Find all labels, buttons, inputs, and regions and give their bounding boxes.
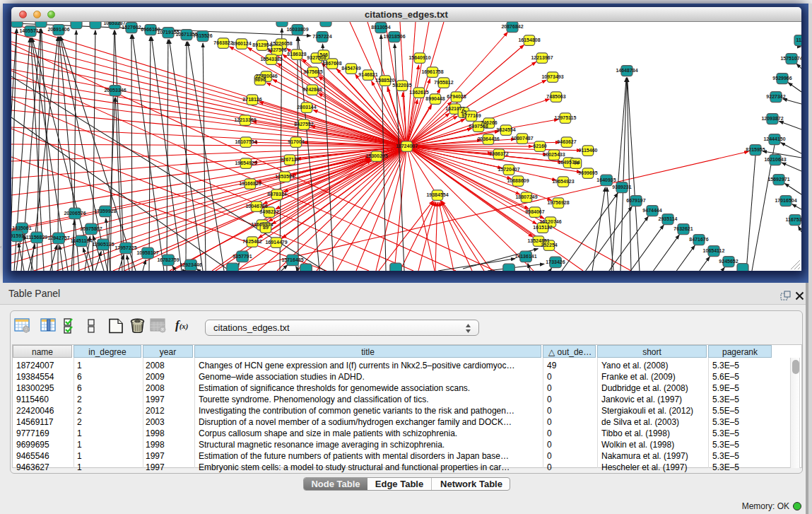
svg-text:15226058: 15226058: [270, 41, 292, 46]
svg-text:2867608: 2867608: [322, 61, 341, 66]
svg-text:19166829: 19166829: [239, 181, 261, 186]
svg-text:7986372: 7986372: [489, 151, 508, 156]
svg-text:9242848: 9242848: [302, 87, 322, 92]
svg-text:20876842: 20876842: [501, 24, 523, 29]
svg-text:17016504: 17016504: [775, 198, 796, 203]
svg-text:1640935: 1640935: [596, 177, 616, 182]
svg-text:9463627: 9463627: [557, 139, 576, 144]
svg-text:12444150: 12444150: [763, 136, 785, 141]
svg-text:8471676: 8471676: [689, 237, 708, 242]
svg-text:7625402: 7625402: [242, 239, 261, 244]
svg-text:6679197: 6679197: [626, 198, 645, 203]
svg-text:16543382: 16543382: [260, 57, 282, 62]
svg-text:9389231: 9389231: [612, 185, 631, 189]
svg-text:8878334: 8878334: [267, 192, 286, 197]
svg-text:14055712: 14055712: [19, 28, 41, 33]
svg-text:6497568: 6497568: [469, 124, 488, 129]
svg-text:7357224: 7357224: [312, 34, 331, 39]
svg-text:8813054: 8813054: [371, 25, 390, 30]
svg-text:62160: 62160: [533, 144, 547, 148]
svg-text:9529966: 9529966: [772, 76, 792, 81]
svg-text:14136141: 14136141: [514, 254, 536, 259]
svg-text:7663822: 7663822: [213, 40, 233, 45]
svg-text:9084067: 9084067: [525, 209, 544, 214]
svg-text:2803144: 2803144: [297, 105, 316, 110]
svg-text:3498222: 3498222: [259, 209, 278, 214]
svg-text:1167531: 1167531: [786, 217, 801, 222]
svg-text:15692971: 15692971: [767, 177, 789, 182]
svg-text:1588520: 1588520: [375, 78, 394, 83]
svg-text:20206576: 20206576: [64, 211, 86, 216]
svg-text:12213967: 12213967: [531, 55, 553, 60]
svg-text:19756928: 19756928: [547, 200, 569, 205]
svg-text:9245652: 9245652: [719, 259, 738, 264]
svg-text:9327506: 9327506: [267, 47, 286, 52]
svg-text:18300295: 18300295: [365, 153, 387, 158]
svg-text:2718126: 2718126: [242, 97, 261, 102]
svg-text:15716485: 15716485: [281, 257, 303, 262]
svg-text:10973493: 10973493: [541, 74, 563, 79]
svg-text:19384554: 19384554: [426, 192, 448, 197]
svg-text:7515526: 7515526: [193, 33, 212, 38]
svg-text:5822035: 5822035: [392, 83, 411, 88]
svg-text:89: 89: [263, 225, 269, 230]
svg-text:16154808: 16154808: [518, 37, 540, 42]
svg-text:16914479: 16914479: [265, 240, 287, 245]
svg-text:20364436: 20364436: [477, 136, 499, 141]
svg-text:11156829: 11156829: [26, 235, 47, 240]
svg-text:20975867: 20975867: [80, 226, 102, 231]
svg-text:9474444: 9474444: [642, 208, 661, 213]
svg-text:17957225: 17957225: [114, 245, 136, 250]
svg-text:7485063: 7485063: [546, 94, 565, 99]
svg-text:546: 546: [319, 52, 328, 57]
svg-text:1353594: 1353594: [275, 174, 294, 179]
svg-text:20053346: 20053346: [104, 88, 126, 93]
svg-text:10025433: 10025433: [543, 152, 565, 157]
svg-text:12905135: 12905135: [92, 242, 114, 247]
svg-text:10654112: 10654112: [703, 248, 725, 253]
svg-text:16120746: 16120746: [539, 219, 561, 224]
svg-text:3915911: 3915911: [11, 233, 27, 238]
svg-text:16782759: 16782759: [157, 257, 179, 262]
svg-text:9896: 9896: [254, 77, 266, 82]
svg-text:19654923: 19654923: [552, 179, 574, 184]
svg-text:10046786: 10046786: [245, 204, 267, 209]
svg-text:8990448: 8990448: [425, 96, 445, 101]
svg-text:15751074: 15751074: [780, 56, 801, 61]
svg-text:12213369: 12213369: [234, 117, 256, 122]
svg-text:12923446: 12923446: [180, 262, 201, 267]
svg-text:44: 44: [573, 160, 579, 165]
svg-text:1527602: 1527602: [122, 25, 141, 30]
svg-text:12975115: 12975115: [555, 115, 577, 120]
svg-text:8186328: 8186328: [287, 52, 306, 57]
svg-text:9115460: 9115460: [579, 148, 598, 153]
svg-text:8454749: 8454749: [341, 66, 360, 71]
svg-text:8215955: 8215955: [746, 147, 765, 152]
svg-text:111: 111: [796, 37, 801, 42]
svg-text:18724007: 18724007: [396, 144, 418, 148]
svg-text:9227342: 9227342: [766, 94, 785, 99]
svg-text:8427552: 8427552: [294, 122, 313, 127]
svg-text:7955812: 7955812: [434, 80, 453, 85]
svg-text:19218506: 19218506: [383, 34, 405, 39]
svg-text:16961758: 16961758: [421, 69, 443, 74]
svg-text:9699695: 9699695: [578, 170, 597, 175]
svg-text:11451194: 11451194: [71, 238, 92, 243]
svg-text:17359928: 17359928: [94, 209, 116, 214]
svg-text:11609934: 11609934: [252, 222, 273, 227]
svg-text:15720407: 15720407: [498, 167, 519, 172]
svg-text:2935114: 2935114: [659, 216, 678, 221]
svg-text:16210643: 16210643: [764, 157, 786, 162]
svg-text:9857791: 9857791: [233, 254, 252, 259]
svg-text:16107554: 16107554: [235, 139, 257, 144]
svg-text:1733426: 1733426: [546, 259, 565, 264]
svg-text:18807249: 18807249: [515, 194, 537, 199]
svg-text:16033809: 16033809: [286, 27, 308, 32]
svg-text:917004: 917004: [288, 139, 304, 144]
svg-text:14648784: 14648784: [616, 68, 637, 73]
svg-text:9146821: 9146821: [358, 72, 377, 77]
svg-text:1835061: 1835061: [12, 226, 31, 230]
svg-text:20691406: 20691406: [47, 27, 69, 32]
svg-text:15640910: 15640910: [408, 55, 430, 60]
svg-text:3267130: 3267130: [280, 157, 299, 162]
